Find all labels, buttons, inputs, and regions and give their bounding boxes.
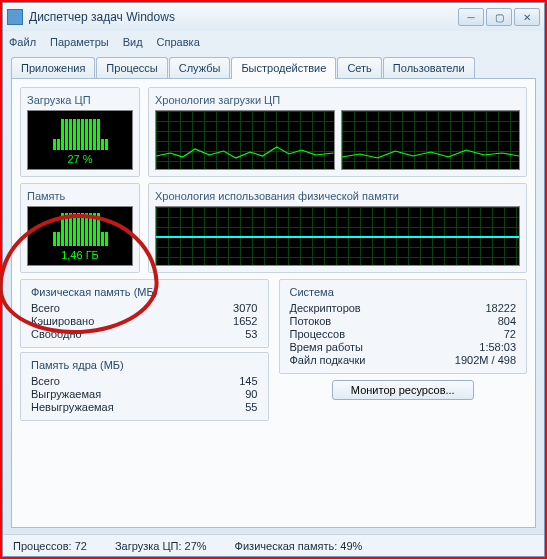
performance-panel: Загрузка ЦП 27 % Хронология загрузки ЦП … bbox=[11, 78, 536, 528]
physical-memory-panel: Физическая память (МБ) Всего3070 Кэширов… bbox=[20, 279, 269, 348]
resource-monitor-button[interactable]: Монитор ресурсов... bbox=[332, 380, 474, 400]
cpu-gauge-value: 27 % bbox=[67, 153, 92, 165]
mem-history-graph bbox=[155, 206, 520, 266]
menu-view[interactable]: Вид bbox=[123, 36, 143, 48]
tab-network[interactable]: Сеть bbox=[337, 57, 381, 78]
menu-help[interactable]: Справка bbox=[157, 36, 200, 48]
table-row: Файл подкачки1902M / 498 bbox=[290, 354, 517, 366]
kernel-title: Память ядра (МБ) bbox=[31, 359, 258, 371]
status-memory: Физическая память: 49% bbox=[235, 540, 363, 552]
tab-services[interactable]: Службы bbox=[169, 57, 231, 78]
minimize-button[interactable]: ─ bbox=[458, 8, 484, 26]
cpu-history-graph-1 bbox=[155, 110, 335, 170]
table-row: Выгружаемая90 bbox=[31, 388, 258, 400]
close-button[interactable]: ✕ bbox=[514, 8, 540, 26]
menu-options[interactable]: Параметры bbox=[50, 36, 109, 48]
system-title: Система bbox=[290, 286, 517, 298]
table-row: Свободно53 bbox=[31, 328, 258, 340]
table-row: Невыгружаемая55 bbox=[31, 401, 258, 413]
mem-line bbox=[156, 236, 519, 238]
kernel-memory-panel: Память ядра (МБ) Всего145 Выгружаемая90 … bbox=[20, 352, 269, 421]
mem-bars bbox=[53, 212, 108, 246]
menubar: Файл Параметры Вид Справка bbox=[3, 31, 544, 53]
titlebar: Диспетчер задач Windows ─ ▢ ✕ bbox=[3, 3, 544, 31]
tab-applications[interactable]: Приложения bbox=[11, 57, 95, 78]
mem-history-box: Хронология использования физической памя… bbox=[148, 183, 527, 273]
mem-gauge-value: 1,46 ГБ bbox=[61, 249, 99, 261]
table-row: Всего3070 bbox=[31, 302, 258, 314]
table-row: Дескрипторов18222 bbox=[290, 302, 517, 314]
cpu-gauge-label: Загрузка ЦП bbox=[27, 94, 133, 106]
menu-file[interactable]: Файл bbox=[9, 36, 36, 48]
cpu-history-graph-2 bbox=[341, 110, 521, 170]
cpu-history-box: Хронология загрузки ЦП bbox=[148, 87, 527, 177]
window-title: Диспетчер задач Windows bbox=[29, 10, 458, 24]
table-row: Всего145 bbox=[31, 375, 258, 387]
mem-gauge-box: Память 1,46 ГБ bbox=[20, 183, 140, 273]
tabstrip: Приложения Процессы Службы Быстродействи… bbox=[3, 53, 544, 78]
phys-title: Физическая память (МБ) bbox=[31, 286, 258, 298]
cpu-bars bbox=[53, 116, 108, 150]
table-row: Время работы1:58:03 bbox=[290, 341, 517, 353]
system-panel: Система Дескрипторов18222 Потоков804 Про… bbox=[279, 279, 528, 374]
cpu-gauge: 27 % bbox=[27, 110, 133, 170]
maximize-button[interactable]: ▢ bbox=[486, 8, 512, 26]
mem-gauge: 1,46 ГБ bbox=[27, 206, 133, 266]
cpu-history-label: Хронология загрузки ЦП bbox=[155, 94, 520, 106]
tab-processes[interactable]: Процессы bbox=[96, 57, 167, 78]
tab-users[interactable]: Пользователи bbox=[383, 57, 475, 78]
tab-performance[interactable]: Быстродействие bbox=[231, 57, 336, 79]
table-row: Потоков804 bbox=[290, 315, 517, 327]
mem-history-label: Хронология использования физической памя… bbox=[155, 190, 520, 202]
table-row: Кэшировано1652 bbox=[31, 315, 258, 327]
mem-gauge-label: Память bbox=[27, 190, 133, 202]
cpu-gauge-box: Загрузка ЦП 27 % bbox=[20, 87, 140, 177]
app-icon bbox=[7, 9, 23, 25]
status-cpu: Загрузка ЦП: 27% bbox=[115, 540, 207, 552]
statusbar: Процессов: 72 Загрузка ЦП: 27% Физическа… bbox=[3, 534, 544, 556]
table-row: Процессов72 bbox=[290, 328, 517, 340]
status-processes: Процессов: 72 bbox=[13, 540, 87, 552]
